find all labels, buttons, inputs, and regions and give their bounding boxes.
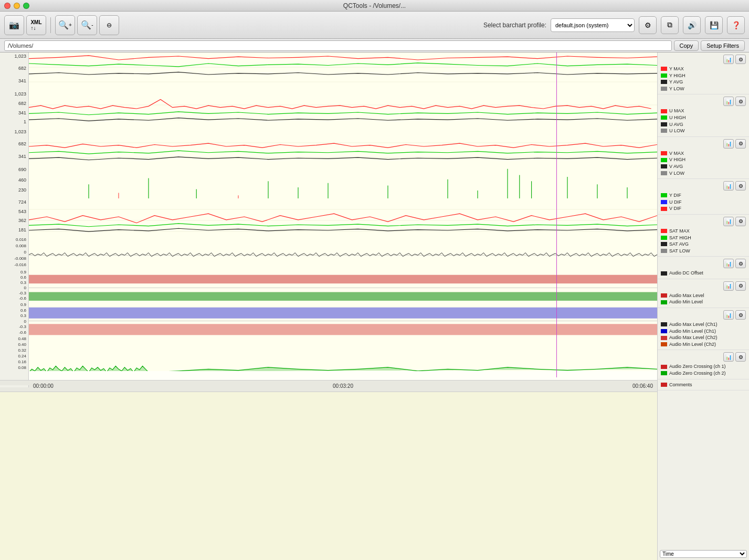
sat-chart-icon[interactable]: 📊	[723, 217, 734, 226]
copy-layout-button[interactable]: ⧉	[661, 16, 679, 34]
u-max-legend: U MAX	[661, 108, 746, 114]
v-dif-legend: V DIF	[661, 205, 746, 212]
dif-legend-section: 📊 ⚙ Y DIF U DIF V DIF	[658, 179, 749, 215]
audio-zero-chart-icon[interactable]: 📊	[723, 352, 734, 362]
audio-level-chart-row: 0.90.60.30-0.3-0.6-0.9	[0, 269, 657, 301]
y-chart-row: 1,0236823410	[0, 52, 657, 90]
svg-rect-33	[29, 324, 657, 335]
comments-legend: Comments	[661, 382, 746, 388]
profile-label: Select barchart profile:	[483, 22, 546, 29]
maximize-button[interactable]	[23, 3, 29, 9]
y-dif-legend: Y DIF	[661, 192, 746, 199]
u-chart-icon[interactable]: 📊	[723, 97, 734, 106]
window-controls[interactable]	[4, 3, 29, 9]
audio-dc-chart-icon[interactable]: 📊	[723, 259, 734, 268]
audio-max-ch1-legend: Audio Max Level (Ch1)	[661, 321, 746, 328]
v-high-legend: V HIGH	[661, 156, 746, 163]
sat-avg-legend: SAT AVG	[661, 241, 746, 248]
zoom-in-button[interactable]: 🔍+	[55, 15, 75, 35]
y-settings-icon[interactable]: ⚙	[735, 55, 746, 64]
timeline-label-1: 00:03:20	[333, 383, 353, 389]
u-settings-icon[interactable]: ⚙	[735, 97, 746, 106]
u-low-legend: U LOW	[661, 128, 746, 134]
audio-dc-chart-row: 0.0160.0080-0.008-0.016-0.024	[0, 236, 657, 269]
sat-settings-icon[interactable]: ⚙	[735, 217, 746, 226]
toolbar: 📷 XML↑↓ 🔍+ 🔍- ⊖ Select barchart profile:…	[0, 12, 749, 39]
copy-button[interactable]: Copy	[674, 40, 699, 51]
comments-yaxis	[0, 371, 29, 380]
audio-zero-ch2-legend: Audio Zero Crossing (ch 2)	[661, 370, 746, 377]
audio-level-legend-section: 📊 ⚙ Audio Max Level Audio Min Level	[658, 279, 749, 308]
profile-select[interactable]: default.json (system)	[551, 18, 635, 32]
timeline-axis: 00:00:00 00:03:20 00:06:40	[0, 381, 657, 392]
charts-area: 1,0236823410	[0, 52, 657, 560]
timeline-label-2: 00:06:40	[632, 383, 653, 389]
audio-dc-legend: Audio DC Offset	[661, 270, 746, 277]
comments-canvas	[29, 371, 657, 380]
audio-ch-settings-icon[interactable]: ⚙	[735, 310, 746, 320]
sat-high-legend: SAT HIGH	[661, 235, 746, 241]
audio-zero-settings-icon[interactable]: ⚙	[735, 352, 746, 362]
audio-zero-chart-row: 0.480.400.320.240.160.080	[0, 335, 657, 371]
y-chart-icon[interactable]: 📊	[723, 55, 734, 64]
pathbar: /Volumes/ Copy Setup Filters	[0, 39, 749, 52]
audio-ch-chart-row: 0.90.60.30-0.3-0.6-0.9	[0, 301, 657, 335]
close-button[interactable]	[4, 3, 10, 9]
audio-level-chart-icon[interactable]: 📊	[723, 281, 734, 291]
audio-min-ch1-legend: Audio Min Level (Ch1)	[661, 328, 746, 335]
v-settings-icon[interactable]: ⚙	[735, 139, 746, 149]
u-legend-section: 📊 ⚙ U MAX U HIGH U AVG U LOW	[658, 94, 749, 136]
time-select[interactable]: Time	[660, 550, 747, 558]
dif-chart-row: 6904602300	[0, 166, 657, 198]
audio-dc-legend-section: 📊 ⚙ Audio DC Offset	[658, 257, 749, 279]
sat-max-legend: SAT MAX	[661, 228, 746, 235]
save-button[interactable]: 💾	[705, 16, 723, 34]
v-chart-icon[interactable]: 📊	[723, 139, 734, 149]
titlebar: QCTools - /Volumes/...	[0, 0, 749, 12]
xml-button[interactable]: XML↑↓	[26, 15, 46, 35]
toolbar-right: Select barchart profile: default.json (s…	[483, 16, 745, 34]
audio-min-ch2-legend: Audio Min Level (Ch2)	[661, 341, 746, 348]
dif-chart-icon[interactable]: 📊	[723, 181, 734, 191]
zoom-out-small-button[interactable]: 🔍-	[77, 15, 97, 35]
svg-rect-30	[29, 292, 657, 301]
comments-legend-section: Comments	[658, 379, 749, 391]
v-chart-row: 1,0236823410	[0, 128, 657, 166]
audio-zero-legend-section: 📊 ⚙ Audio Zero Crossing (ch 1) Audio Zer…	[658, 350, 749, 379]
path-display[interactable]: /Volumes/	[4, 40, 672, 51]
audio-dc-settings-icon[interactable]: ⚙	[735, 259, 746, 268]
u-avg-legend: U AVG	[661, 121, 746, 128]
dif-settings-icon[interactable]: ⚙	[735, 181, 746, 191]
v-legend-section: 📊 ⚙ V MAX V HIGH V AVG V LOW	[658, 137, 749, 179]
audio-max-ch2-legend: Audio Max Level (Ch2)	[661, 334, 746, 341]
audio-zero-ch1-legend: Audio Zero Crossing (ch 1)	[661, 363, 746, 370]
help-button[interactable]: ❓	[727, 16, 745, 34]
minimize-button[interactable]	[14, 3, 20, 9]
v-low-legend: V LOW	[661, 170, 746, 177]
u-dif-legend: U DIF	[661, 199, 746, 206]
sat-legend-section: 📊 ⚙ SAT MAX SAT HIGH SAT AVG SAT LOW	[658, 215, 749, 257]
v-avg-legend: V AVG	[661, 163, 746, 170]
sat-chart-row: 7245433621810	[0, 198, 657, 236]
audio-ch-chart-icon[interactable]: 📊	[723, 310, 734, 320]
y-avg-legend: Y AVG	[661, 79, 746, 86]
timeline-label-0: 00:00:00	[33, 383, 54, 389]
timeline-labels: 00:00:00 00:03:20 00:06:40	[29, 383, 657, 389]
right-sidebar: 📊 ⚙ Y MAX Y HIGH Y AVG Y LOW 📊 ⚙ U MAX U…	[657, 52, 749, 560]
screenshot-button[interactable]: 📷	[4, 15, 24, 35]
y-legend-section: 📊 ⚙ Y MAX Y HIGH Y AVG Y LOW	[658, 52, 749, 94]
comments-chart-row	[0, 371, 657, 381]
audio-level-settings-icon[interactable]: ⚙	[735, 281, 746, 291]
u-chart-row: 1,0236823411Y LOW	[0, 90, 657, 128]
svg-rect-32	[29, 308, 657, 319]
svg-rect-29	[29, 275, 657, 283]
settings-button[interactable]: ⚙	[639, 16, 657, 34]
audio-max-level-legend: Audio Max Level	[661, 292, 746, 299]
audio-ch-legend-section: 📊 ⚙ Audio Max Level (Ch1) Audio Min Leve…	[658, 308, 749, 350]
audio-button[interactable]: 🔊	[683, 16, 701, 34]
setup-filters-button[interactable]: Setup Filters	[701, 40, 745, 51]
toolbar-separator-1	[50, 17, 51, 33]
zoom-out-button[interactable]: ⊖	[99, 15, 119, 35]
audio-min-level-legend: Audio Min Level	[661, 299, 746, 305]
window-title: QCTools - /Volumes/...	[343, 2, 406, 9]
